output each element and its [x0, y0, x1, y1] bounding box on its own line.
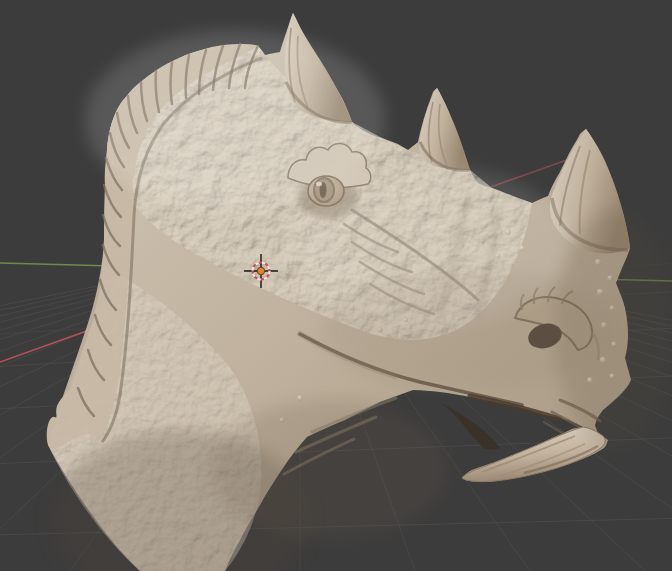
horn-middle	[419, 88, 470, 170]
viewport-canvas[interactable]	[0, 0, 672, 571]
model-dragon-head[interactable]	[47, 13, 672, 571]
3d-viewport[interactable]	[0, 0, 672, 571]
